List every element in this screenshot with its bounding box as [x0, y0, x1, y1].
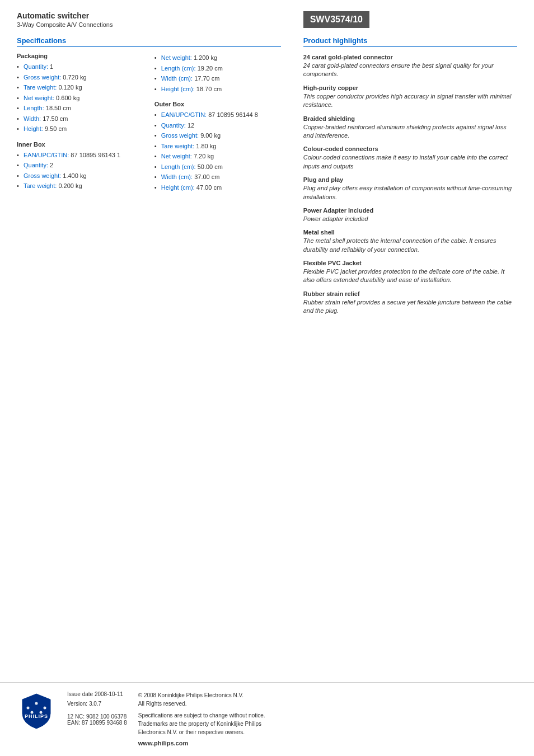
list-item: Length (cm): 50.00 cm — [154, 162, 281, 172]
spec-label: Height (cm): — [161, 86, 195, 92]
highlights-header: Product highlights — [303, 36, 517, 47]
inner-box-section: Inner Box EAN/UPC/GTIN: 87 10895 96143 1… — [17, 141, 143, 191]
nc-ean: 12 NC: 9082 100 06378 EAN: 87 10895 9346… — [67, 713, 127, 726]
highlight-item: Plug and playPlug and play offers easy i… — [303, 176, 517, 201]
spec-label: Quantity: — [24, 162, 48, 168]
list-item: Quantity: 12 — [154, 120, 281, 131]
spec-value: 0.200 kg — [58, 182, 82, 189]
highlight-desc: Plug and play offers easy installation o… — [303, 184, 517, 201]
list-item: Gross weight: 1.400 kg — [17, 171, 143, 181]
outer-box-title: Outer Box — [154, 101, 281, 107]
svg-text:PHILIPS: PHILIPS — [25, 713, 48, 719]
highlight-title: Braided shielding — [303, 115, 517, 122]
highlight-item: Braided shieldingCopper-braided reinforc… — [303, 115, 517, 140]
copyright: © 2008 Koninklijke Philips Electronics N… — [138, 691, 517, 708]
spec-label: Height (cm): — [161, 184, 195, 191]
highlight-item: Power Adapter IncludedPower adapter incl… — [303, 207, 517, 223]
list-item: Height: 9.50 cm — [17, 124, 143, 134]
highlight-desc: Flexible PVC jacket provides protection … — [303, 267, 517, 285]
product-id: SWV3574/10 — [303, 11, 369, 28]
spec-label: Length: — [24, 105, 44, 111]
outer-box-section: Outer Box EAN/UPC/GTIN: 87 10895 96144 8… — [154, 101, 281, 192]
spec-value: 87 10895 96144 8 — [208, 111, 258, 118]
list-item: Width (cm): 17.70 cm — [154, 73, 281, 84]
spec-label: Quantity: — [161, 122, 186, 129]
spec-value: 0.720 kg — [63, 74, 86, 81]
highlight-desc: Rubber strain relief provides a secure y… — [303, 298, 517, 316]
spec-label: Width: — [24, 115, 41, 122]
highlight-title: 24 carat gold-plated connector — [303, 54, 517, 60]
spec-label: Width (cm): — [161, 75, 193, 82]
spec-value: 18.70 cm — [196, 86, 222, 92]
svg-point-5 — [31, 711, 34, 713]
highlight-item: Rubber strain reliefRubber strain relief… — [303, 290, 517, 316]
highlight-title: Power Adapter Included — [303, 207, 517, 214]
spec-value: 1.400 kg — [63, 172, 86, 179]
spec-label: Tare weight: — [24, 84, 57, 91]
specs-notice: Specifications are subject to change wit… — [138, 711, 517, 736]
list-item: Net weight: 1.200 kg — [154, 53, 281, 63]
spec-label: EAN/UPC/GTIN: — [24, 152, 69, 158]
inner-box-title: Inner Box — [17, 141, 143, 148]
list-item: Quantity: 2 — [17, 160, 143, 171]
highlights-list: 24 carat gold-plated connector24 carat g… — [303, 54, 517, 316]
highlight-desc: Power adapter included — [303, 215, 517, 223]
list-item: Net weight: 7.20 kg — [154, 151, 281, 162]
spec-value: 50.00 cm — [198, 163, 223, 170]
highlight-item: Flexible PVC JacketFlexible PVC jacket p… — [303, 260, 517, 285]
highlight-item: Colour-coded connectorsColour-coded conn… — [303, 145, 517, 171]
list-item: Gross weight: 0.720 kg — [17, 72, 143, 83]
website: www.philips.com — [138, 739, 517, 748]
spec-label: Width (cm): — [161, 173, 193, 180]
footer: PHILIPS Issue date 2008-10-11 Version: 3… — [0, 682, 534, 757]
spec-label: Gross weight: — [24, 172, 61, 179]
highlight-desc: This copper conductor provides high accu… — [303, 92, 517, 110]
inner-box-list: EAN/UPC/GTIN: 87 10895 96143 1Quantity: … — [17, 150, 143, 191]
packaging-right-section: Net weight: 1.200 kgLength (cm): 19.20 c… — [154, 53, 281, 94]
list-item: Height (cm): 47.00 cm — [154, 182, 281, 193]
specs-columns: Packaging Quantity: 1Gross weight: 0.720… — [17, 53, 281, 199]
spec-value: 18.50 cm — [46, 105, 71, 111]
list-item: EAN/UPC/GTIN: 87 10895 96144 8 — [154, 110, 281, 120]
outer-box-list: EAN/UPC/GTIN: 87 10895 96144 8Quantity: … — [154, 110, 281, 192]
spec-label: Quantity: — [24, 63, 48, 70]
spec-value: 0.120 kg — [58, 84, 82, 91]
list-item: EAN/UPC/GTIN: 87 10895 96143 1 — [17, 150, 143, 161]
spec-value: 7.20 kg — [194, 153, 214, 159]
list-item: Width (cm): 37.00 cm — [154, 172, 281, 182]
list-item: Quantity: 1 — [17, 62, 143, 72]
highlight-desc: The metal shell protects the internal co… — [303, 237, 517, 254]
highlight-title: Plug and play — [303, 176, 517, 183]
philips-logo: PHILIPS — [17, 691, 56, 730]
spec-label: Tare weight: — [24, 182, 57, 189]
highlight-desc: 24 carat gold-plated connectors ensure t… — [303, 62, 517, 79]
list-item: Tare weight: 0.120 kg — [17, 82, 143, 93]
spec-value: 1.200 kg — [194, 54, 217, 61]
left-panel: Automatic switcher 3-Way Composite A/V C… — [17, 11, 292, 671]
spec-label: Gross weight: — [24, 74, 61, 81]
svg-point-3 — [35, 702, 38, 705]
spec-value: 9.50 cm — [45, 125, 67, 132]
spec-label: Length (cm): — [161, 163, 196, 170]
spec-value: 17.50 cm — [43, 115, 68, 122]
highlight-title: Metal shell — [303, 229, 517, 236]
spec-value: 37.00 cm — [194, 173, 219, 180]
list-item: Length (cm): 19.20 cm — [154, 63, 281, 74]
product-id-box: SWV3574/10 — [303, 11, 517, 36]
highlight-title: Colour-coded connectors — [303, 145, 517, 152]
highlight-item: High-purity copperThis copper conductor … — [303, 84, 517, 110]
spec-value: 47.00 cm — [196, 184, 222, 191]
spec-label: EAN/UPC/GTIN: — [161, 111, 207, 118]
packaging-list: Quantity: 1Gross weight: 0.720 kgTare we… — [17, 62, 143, 134]
svg-point-2 — [27, 706, 30, 709]
spec-value: 12 — [188, 122, 194, 129]
spec-value: 19.20 cm — [198, 65, 223, 72]
list-item: Length: 18.50 cm — [17, 103, 143, 114]
spec-value: 9.00 kg — [200, 132, 221, 139]
ean-text: EAN: 87 10895 93468 8 — [67, 720, 127, 726]
spec-value: 1 — [50, 63, 53, 70]
specifications-header: Specifications — [17, 36, 281, 47]
highlight-desc: Copper-braided reinforced aluminium shie… — [303, 123, 517, 140]
footer-details: Issue date 2008-10-11 Version: 3.0.7 12 … — [67, 691, 517, 748]
version: Version: 3.0.7 — [67, 701, 127, 707]
